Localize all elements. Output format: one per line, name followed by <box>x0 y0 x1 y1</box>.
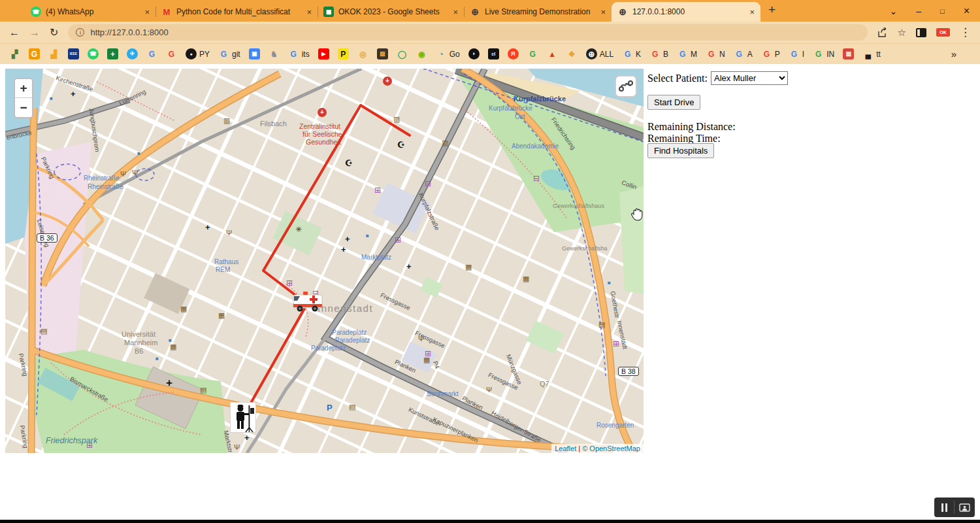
bookmarks-bar: ▞G▟IEEE☎+✈GG●PYGgit▣♞Gits▶P◎▤◯◉◔Go◗clЯG▲… <box>0 43 980 64</box>
back-button[interactable]: ← <box>9 27 20 39</box>
leaflet-link[interactable]: Leaflet <box>555 445 576 452</box>
new-tab-button[interactable]: + <box>768 3 776 17</box>
bookmark-item[interactable]: GM <box>677 48 697 59</box>
bookmark-label: its <box>302 50 310 59</box>
bookmark-item[interactable]: Ggit <box>218 48 240 59</box>
bookmark-star-icon[interactable]: ☆ <box>898 27 906 39</box>
bookmark-item[interactable]: ▞ <box>9 48 20 59</box>
bookmark-item[interactable]: GK <box>622 48 641 59</box>
bookmark-item[interactable]: IEEE <box>68 48 79 59</box>
bookmark-item[interactable]: G <box>166 48 177 59</box>
bookmark-item[interactable]: GIN <box>813 48 834 59</box>
bookmark-favicon: ♞ <box>269 48 280 59</box>
bookmark-item[interactable]: ▟ <box>48 48 59 59</box>
tab-close-icon[interactable]: × <box>749 7 755 17</box>
tab-separator <box>155 7 156 17</box>
bookmark-item[interactable]: + <box>107 48 118 59</box>
bookmark-item[interactable]: ◎ <box>357 48 368 59</box>
tab-close-icon[interactable]: × <box>144 7 150 17</box>
bookmark-item[interactable]: GB <box>649 48 668 59</box>
bookmark-item[interactable]: ◔Go <box>436 48 460 59</box>
find-hospitals-button[interactable]: Find Hospitals <box>647 143 714 158</box>
address-bar[interactable]: i http://127.0.0.1:8000 <box>68 24 867 41</box>
bookmark-item[interactable]: ▣ <box>249 48 260 59</box>
tab-whatsapp[interactable]: ☎ (4) WhatsApp × <box>25 2 155 22</box>
kebab-menu-icon[interactable]: ⋮ <box>960 25 971 39</box>
site-info-icon[interactable]: i <box>76 28 84 37</box>
tab-localhost-active[interactable]: ⊕ 127.0.0.1:8000 × <box>612 2 760 22</box>
bookmark-favicon: ▣ <box>249 48 260 59</box>
start-drive-button[interactable]: Start Drive <box>647 95 700 110</box>
bookmark-item[interactable]: ▲ <box>547 48 558 59</box>
routing-control-button[interactable] <box>615 75 637 97</box>
bookmark-item[interactable]: ◉ <box>416 48 427 59</box>
bookmark-favicon: G <box>649 48 661 59</box>
bookmark-item[interactable]: G <box>146 48 157 59</box>
tab-close-icon[interactable]: × <box>306 7 312 17</box>
bookmark-item[interactable]: ❖ <box>566 48 578 59</box>
osm-link[interactable]: © OpenStreetMap <box>582 445 640 452</box>
tab-label: OKOK 2023 - Google Sheets <box>338 7 448 16</box>
bookmark-favicon: ❖ <box>566 48 578 59</box>
share-icon[interactable] <box>877 27 888 38</box>
maximize-button[interactable]: □ <box>940 7 945 15</box>
tab-close-icon[interactable]: × <box>600 7 606 17</box>
bookmark-favicon: ● <box>186 48 197 59</box>
bookmark-item[interactable]: Я <box>508 48 519 59</box>
remaining-distance-label: Remaining Distance: <box>647 121 736 133</box>
bookmarks-overflow-chevron[interactable]: » <box>951 48 971 59</box>
bookmark-favicon: ⊕ <box>586 48 597 59</box>
bookmark-item[interactable]: cl <box>488 48 499 59</box>
window-controls: ⌄ – □ × <box>889 5 980 17</box>
tab-separator <box>464 7 465 17</box>
tab-live-streaming[interactable]: ⊕ Live Streaming Demonstration × <box>464 2 612 22</box>
tab-python-code[interactable]: M Python Code for Multi_classificat × <box>155 2 318 22</box>
bookmark-item[interactable]: ◗ <box>468 48 480 59</box>
minimize-button[interactable]: – <box>916 6 921 16</box>
bookmark-item[interactable]: ▶ <box>318 48 329 59</box>
picture-in-picture-button[interactable] <box>955 498 974 517</box>
bookmark-label: Go <box>449 50 460 59</box>
bookmark-label: PY <box>199 50 210 59</box>
bookmark-item[interactable]: ◯ <box>397 48 408 59</box>
bookmark-item[interactable]: G <box>29 48 40 59</box>
bookmark-item[interactable]: ⊕ALL <box>586 48 613 59</box>
tab-label: Live Streaming Demonstration <box>485 7 596 16</box>
bookmark-item[interactable]: ▤ <box>377 48 388 59</box>
bookmark-item[interactable]: ♞ <box>269 48 280 59</box>
bookmark-item[interactable]: GA <box>734 48 753 59</box>
reload-button[interactable]: ↻ <box>50 26 58 39</box>
bookmark-item[interactable]: ☎ <box>88 48 99 59</box>
map[interactable]: KirchenstraßeenbrückeLuisenringJungbusch… <box>5 69 644 453</box>
pause-button[interactable] <box>934 498 954 517</box>
bookmark-item[interactable]: Gits <box>288 48 310 59</box>
bookmark-favicon: G <box>789 48 800 59</box>
bookmark-favicon: ▄ <box>862 48 874 59</box>
side-panel-icon[interactable] <box>916 28 926 37</box>
bookmark-item[interactable]: ▥ <box>843 48 854 59</box>
zoom-out-button[interactable]: − <box>15 98 32 117</box>
bookmark-item[interactable]: GI <box>789 48 804 59</box>
patient-select[interactable]: Alex Muller <box>711 71 788 85</box>
bookmark-favicon: IEEE <box>68 48 79 59</box>
m-doc-icon: M <box>161 7 172 17</box>
bookmark-item[interactable]: GP <box>761 48 780 59</box>
bookmark-item[interactable]: ✈ <box>127 48 138 59</box>
bookmark-item[interactable]: ●PY <box>186 48 210 59</box>
bookmark-item[interactable]: G <box>527 48 538 59</box>
forward-button[interactable]: → <box>29 27 40 39</box>
browser-menu-chevron-icon[interactable]: ⌄ <box>889 6 897 16</box>
bookmark-favicon: G <box>166 48 177 59</box>
bookmark-label: tt <box>876 50 881 59</box>
picture-in-picture-icon <box>959 503 970 512</box>
bookmark-favicon: G <box>288 48 299 59</box>
tab-google-sheets[interactable]: ▦ OKOK 2023 - Google Sheets × <box>318 2 464 22</box>
extension-icon[interactable]: OK <box>936 28 950 37</box>
tab-close-icon[interactable]: × <box>453 7 458 17</box>
bookmark-item[interactable]: P <box>338 48 349 59</box>
bookmark-item[interactable]: ▄tt <box>862 48 881 59</box>
close-button[interactable]: × <box>964 5 970 17</box>
zoom-in-button[interactable]: + <box>15 79 32 98</box>
bookmark-item[interactable]: GN <box>706 48 725 59</box>
bookmark-favicon: G <box>218 48 229 59</box>
